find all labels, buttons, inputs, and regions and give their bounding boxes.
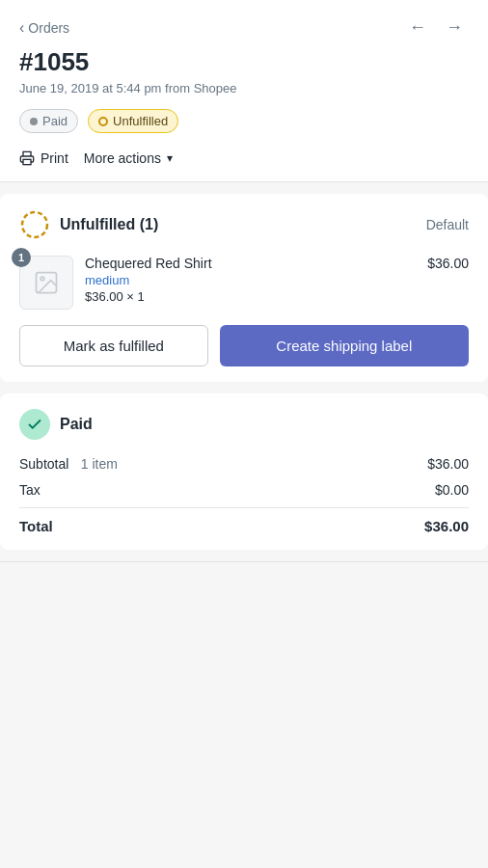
back-chevron-icon: ‹ [19,19,24,37]
svg-point-3 [41,277,44,281]
next-order-arrow[interactable]: → [440,15,469,40]
back-nav: ‹ Orders ← → [19,15,469,40]
paid-badge: Paid [19,109,78,133]
total-row: Total $36.00 [19,507,469,534]
subtotal-count: 1 item [81,456,118,472]
product-variant: medium [85,273,416,287]
paid-badge-dot [30,118,38,125]
create-shipping-label-button[interactable]: Create shipping label [220,325,469,366]
subtotal-label: Subtotal [19,456,68,472]
toolbar: Print More actions ▾ [19,147,469,170]
product-info: Chequered Red Shirt medium $36.00 × 1 [85,256,416,304]
print-label: Print [41,150,68,166]
paid-header: Paid [19,409,469,440]
product-qty-badge: 1 [12,248,31,267]
unfulfilled-badge-icon [98,117,108,126]
total-value: $36.00 [424,518,469,534]
mark-as-fulfilled-button[interactable]: Mark as fulfilled [19,325,208,366]
svg-rect-0 [23,159,31,164]
total-label: Total [19,518,53,534]
subtotal-value: $36.00 [427,456,469,472]
paid-checkmark-icon [26,416,43,433]
paid-icon-circle [19,409,50,440]
product-price-qty: $36.00 × 1 [85,289,416,304]
unfulfilled-badge-label: Unfulfilled [113,114,168,128]
unfulfilled-card: Unfulfilled (1) Default 1 Chequered Red … [0,194,488,382]
more-actions-button[interactable]: More actions ▾ [84,147,173,170]
product-row: 1 Chequered Red Shirt medium $36.00 × 1 … [19,256,469,310]
paid-section-title: Paid [60,416,93,433]
unfulfilled-badge: Unfulfilled [88,109,178,133]
paid-badge-label: Paid [42,114,68,128]
more-actions-label: More actions [84,150,161,166]
product-image-wrap: 1 [19,256,73,310]
unfulfilled-header: Unfulfilled (1) Default [19,209,469,240]
order-number: #1055 [19,47,469,77]
subtotal-row: Subtotal 1 item $36.00 [19,455,469,473]
unfulfilled-status-icon [19,209,50,240]
svg-point-1 [22,212,47,237]
print-icon [19,150,35,166]
prev-order-arrow[interactable]: ← [403,15,432,40]
back-link[interactable]: ‹ Orders [19,19,69,37]
default-label: Default [426,217,469,232]
product-placeholder-icon [33,269,60,296]
product-name: Chequered Red Shirt [85,256,416,271]
badges: Paid Unfulfilled [19,109,469,133]
print-button[interactable]: Print [19,147,68,170]
tax-value: $0.00 [435,482,469,498]
tax-row: Tax $0.00 [19,482,469,498]
order-meta: June 19, 2019 at 5:44 pm from Shopee [19,81,469,95]
paid-card: Paid Subtotal 1 item $36.00 Tax $0.00 To… [0,393,488,550]
bottom-separator [0,561,488,562]
section-title-group: Unfulfilled (1) [19,209,158,240]
tax-label: Tax [19,482,41,498]
back-label: Orders [28,20,69,36]
unfulfilled-section-title: Unfulfilled (1) [60,216,158,233]
action-buttons: Mark as fulfilled Create shipping label [19,325,469,366]
header-section: ‹ Orders ← → #1055 June 19, 2019 at 5:44… [0,0,488,182]
nav-arrows: ← → [403,15,469,40]
more-actions-chevron-icon: ▾ [167,151,173,165]
subtotal-label-group: Subtotal 1 item [19,455,118,473]
product-total: $36.00 [427,256,469,271]
